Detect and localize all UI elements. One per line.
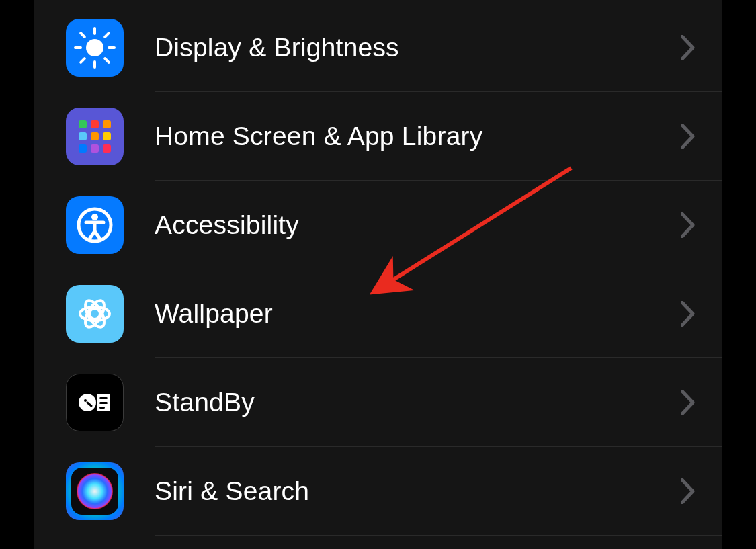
accessibility-icon	[66, 196, 124, 254]
settings-row-wallpaper[interactable]: Wallpaper	[34, 269, 722, 357]
settings-panel: Display & Brightness	[34, 0, 722, 549]
settings-row-label: StandBy	[155, 388, 681, 417]
svg-rect-4	[108, 46, 116, 49]
svg-rect-29	[99, 407, 105, 409]
settings-row-label: Wallpaper	[155, 299, 681, 329]
svg-point-19	[91, 214, 98, 220]
svg-rect-12	[79, 132, 87, 140]
chevron-right-icon	[681, 301, 696, 327]
settings-row-label: Accessibility	[155, 210, 681, 240]
svg-rect-6	[103, 56, 110, 64]
settings-row-label: Siri & Search	[155, 476, 681, 506]
chevron-right-icon	[681, 478, 696, 504]
brightness-icon	[66, 19, 124, 77]
settings-row-label: Display & Brightness	[155, 33, 681, 62]
settings-row-label: Home Screen & App Library	[155, 122, 681, 151]
svg-rect-17	[103, 144, 111, 153]
svg-rect-7	[103, 31, 110, 38]
svg-rect-5	[79, 31, 86, 38]
settings-list: Display & Brightness	[34, 3, 722, 536]
svg-rect-27	[99, 397, 108, 399]
chevron-right-icon	[681, 390, 696, 415]
svg-rect-28	[99, 402, 108, 404]
chevron-right-icon	[681, 124, 696, 149]
svg-rect-3	[74, 46, 82, 49]
apps-grid-icon	[66, 108, 124, 165]
chevron-right-icon	[681, 35, 696, 60]
siri-icon	[66, 462, 124, 520]
row-separator	[155, 535, 722, 536]
svg-rect-8	[79, 56, 86, 64]
svg-rect-1	[93, 27, 96, 35]
settings-row-accessibility[interactable]: Accessibility	[34, 181, 722, 269]
standby-icon	[66, 374, 124, 431]
chevron-right-icon	[681, 212, 696, 238]
svg-rect-2	[93, 60, 96, 69]
svg-rect-10	[91, 120, 99, 128]
svg-rect-9	[79, 120, 87, 128]
svg-rect-15	[79, 144, 87, 153]
settings-row-home-screen[interactable]: Home Screen & App Library	[34, 92, 722, 180]
svg-point-0	[86, 39, 103, 56]
settings-row-standby[interactable]: StandBy	[34, 358, 722, 446]
settings-row-siri-search[interactable]: Siri & Search	[34, 447, 722, 535]
svg-rect-13	[91, 132, 99, 140]
wallpaper-icon	[66, 285, 124, 343]
svg-rect-16	[91, 144, 99, 153]
settings-row-display-brightness[interactable]: Display & Brightness	[34, 3, 722, 91]
svg-rect-11	[103, 120, 111, 128]
svg-rect-14	[103, 132, 111, 140]
svg-point-26	[84, 399, 87, 402]
svg-point-20	[89, 308, 100, 319]
